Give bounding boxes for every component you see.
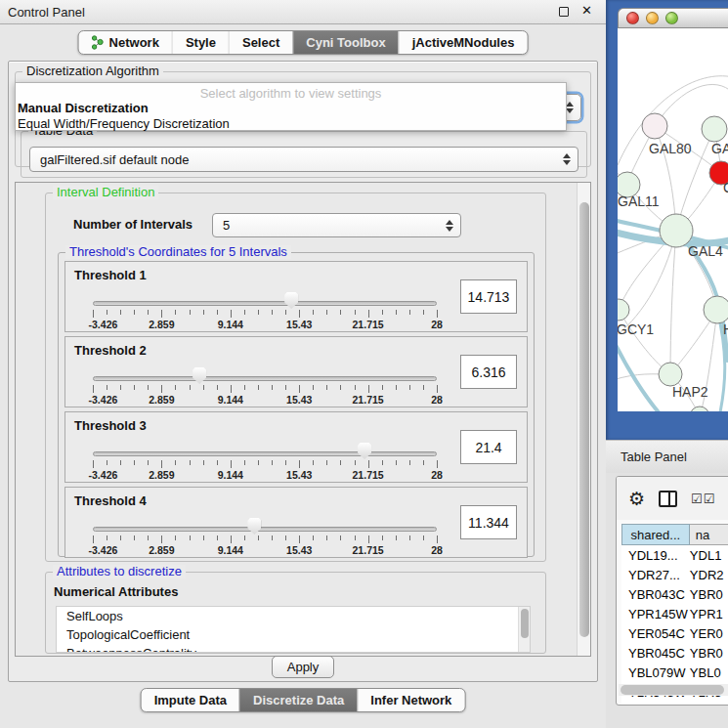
algorithm-dropdown-popup: Select algorithm to view settings Manual… [15,82,567,131]
top-tab-bar: NetworkStyleSelectCyni ToolboxjActiveMNo… [78,30,529,55]
algorithm-option-manual[interactable]: Manual Discretization [16,101,566,116]
bottom-tab-impute-data[interactable]: Impute Data [142,689,239,711]
bottom-tab-infer-network[interactable]: Infer Network [357,689,464,711]
minimize-traffic-light-icon[interactable] [646,12,659,24]
cell-name[interactable]: YBR0 [690,646,728,661]
tab-network[interactable]: Network [79,31,172,54]
threshold-slider-track[interactable] [93,451,437,456]
table-row[interactable]: YIL052CYIL0 [621,702,728,706]
cell-shared-name[interactable]: YBR045C [621,646,690,661]
table-scrollbar-thumb[interactable] [621,685,724,695]
gear-icon[interactable]: ⚙ [628,490,645,508]
cell-name[interactable]: YIL0 [690,705,728,707]
threshold-slider-thumb[interactable] [193,367,206,384]
cell-shared-name[interactable]: YBR043C [621,587,690,602]
attribute-list-item[interactable]: TopologicalCoefficient [57,625,530,644]
network-node[interactable] [642,113,667,139]
table-row[interactable]: YBL079WYBL0 [621,663,728,682]
attributes-group: Attributes to discretize Numerical Attri… [45,572,546,654]
network-node-label: H [723,321,728,337]
thresholds-group-title: Threshold's Coordinates for 5 Intervals [65,245,291,259]
tab-cyni-toolbox[interactable]: Cyni Toolbox [292,31,398,54]
network-canvas[interactable]: GAL80GACGAL11GAL4GCY1HHAP2 [618,28,728,411]
bottom-tab-label: Infer Network [370,693,451,707]
network-thick-edge[interactable] [618,339,664,411]
threshold-value-field[interactable]: 21.4 [460,430,517,464]
network-node[interactable] [704,296,728,323]
network-node-label: GA [711,141,728,156]
tab-jactivemnodules[interactable]: jActiveMNodules [399,31,528,54]
table-data-group: Table Data galFiltered.sif default node [21,131,587,178]
close-traffic-light-icon[interactable] [626,12,639,24]
threshold-slider-track[interactable] [93,376,437,381]
network-node[interactable] [702,116,727,142]
control-panel: Control Panel ✕ NetworkStyleSelectCyni T… [0,0,606,728]
columns-icon[interactable] [659,491,677,507]
slider-ticks [93,535,437,544]
settings-vertical-scrollbar[interactable] [577,183,590,656]
apply-button[interactable]: Apply [272,656,334,678]
threshold-slider-track[interactable] [93,527,437,532]
cell-shared-name[interactable]: YIL052C [621,705,690,707]
tab-style[interactable]: Style [172,31,229,54]
table-toolbar: ⚙ ☑☑ [617,477,728,520]
cell-name[interactable]: YDL1 [690,548,728,563]
threshold-value-field[interactable]: 6.316 [460,355,517,389]
tab-select[interactable]: Select [229,31,292,54]
threshold-1-box: Threshold 1-3.4262.8599.14415.4321.71528… [64,261,528,332]
zoom-traffic-light-icon[interactable] [665,12,678,24]
algorithm-option-equal-width[interactable]: Equal Width/Frequency Discretization [16,116,566,132]
table-row[interactable]: YDL19...YDL1 [621,545,728,565]
table-row[interactable]: YER054CYER0 [621,623,728,643]
table-row[interactable]: YPR145WYPR1 [621,604,728,623]
close-icon[interactable]: ✕ [581,3,592,18]
cell-shared-name[interactable]: YDR27... [621,568,690,582]
column-header-name[interactable]: na [690,524,728,545]
network-node[interactable] [659,363,682,386]
cell-shared-name[interactable]: YBL079W [621,665,690,680]
numerical-attributes-list[interactable]: SelfLoopsTopologicalCoefficientBetweenne… [56,606,531,653]
attributes-scrollbar-thumb[interactable] [521,609,529,638]
threshold-label: Threshold 1 [74,268,147,282]
cell-name[interactable]: YBL0 [690,665,728,680]
network-graph[interactable]: GAL80GACGAL11GAL4GCY1HHAP2 [618,28,728,411]
table-rows: YDL19...YDL1YDR27...YDR2YBR043CYBR0YPR14… [621,545,728,706]
settings-scrollbar-thumb[interactable] [579,202,589,637]
select-columns-checkboxes-icon[interactable]: ☑☑ [691,492,715,506]
table-data-combo[interactable]: galFiltered.sif default node [29,147,578,172]
cell-shared-name[interactable]: YPR145W [621,607,690,621]
threshold-value-field[interactable]: 11.344 [460,505,517,539]
attributes-scrollbar[interactable] [518,607,530,652]
cell-name[interactable]: YDR2 [690,568,728,582]
threshold-value-field[interactable]: 14.713 [460,279,517,314]
column-header-shared-name[interactable]: shared... [621,524,690,545]
attribute-list-item[interactable]: BetweennessCentrality [57,644,530,653]
table-row[interactable]: YBR043CYBR0 [621,584,728,604]
cell-name[interactable]: YER0 [690,626,728,641]
cell-name[interactable]: YBR0 [690,587,728,602]
table-horizontal-scrollbar[interactable] [619,684,728,696]
algorithm-placeholder-option[interactable]: Select algorithm to view settings [16,83,566,101]
network-window-titlebar[interactable] [618,8,728,28]
network-node[interactable] [690,407,709,411]
number-of-intervals-combo[interactable]: 5 [212,213,461,237]
network-edge[interactable] [670,231,676,374]
network-node-label: HAP2 [672,384,708,400]
threshold-slider-track[interactable] [93,301,437,306]
tab-label: Cyni Toolbox [306,35,385,50]
cell-name[interactable]: YPR1 [690,607,728,621]
interval-definition-group: Interval Definition Number of Intervals … [45,193,546,562]
bottom-tab-discretize-data[interactable]: Discretize Data [239,689,357,711]
table-row[interactable]: YDR27...YDR2 [621,565,728,584]
float-window-icon[interactable] [559,7,569,17]
slider-tick-labels: -3.4262.8599.14415.4321.71528 [93,394,437,406]
threshold-slider-thumb[interactable] [358,443,371,459]
network-node[interactable] [660,214,693,247]
network-node[interactable] [618,299,629,321]
threshold-slider-thumb[interactable] [284,292,298,309]
threshold-slider-thumb[interactable] [247,518,261,535]
cell-shared-name[interactable]: YER054C [621,626,690,641]
attribute-list-item[interactable]: SelfLoops [57,607,530,625]
cell-shared-name[interactable]: YDL19... [621,548,690,563]
table-row[interactable]: YBR045CYBR0 [621,643,728,663]
